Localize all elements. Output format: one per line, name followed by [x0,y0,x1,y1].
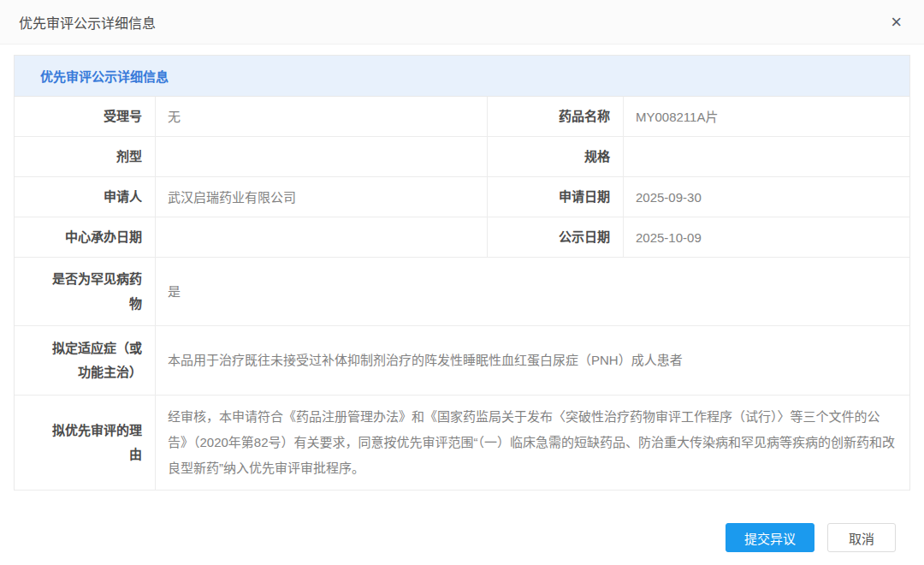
acceptance-no-value: 无 [156,97,487,137]
apply-date-label: 申请日期 [487,177,624,217]
acceptance-no-label: 受理号 [15,97,156,137]
rare-disease-value: 是 [156,258,909,325]
dosage-form-label: 剂型 [15,137,156,177]
dialog-footer: 提交异议 取消 [14,491,910,552]
dialog-header: 优先审评公示详细信息 × [0,0,924,45]
specification-label: 规格 [487,137,624,177]
review-reason-value: 经审核，本申请符合《药品注册管理办法》和《国家药监局关于发布〈突破性治疗药物审评… [156,396,909,490]
table-row: 是否为罕见病药物 是 [15,258,909,326]
table-row: 剂型 规格 [15,137,909,177]
dialog-title: 优先审评公示详细信息 [19,12,156,33]
close-icon[interactable]: × [886,11,907,33]
table-row: 中心承办日期 公示日期 2025-10-09 [15,217,909,258]
table-row: 受理号 无 药品名称 MY008211A片 [15,97,909,137]
table-row: 拟优先审评的理由 经审核，本申请符合《药品注册管理办法》和《国家药监局关于发布〈… [15,396,909,491]
publicity-date-label: 公示日期 [487,217,624,258]
table-row: 申请人 武汉启瑞药业有限公司 申请日期 2025-09-30 [15,177,909,217]
drug-name-value: MY008211A片 [624,97,909,137]
rare-disease-label: 是否为罕见病药物 [15,258,156,325]
priority-review-detail-dialog: 优先审评公示详细信息 × 优先审评公示详细信息 受理号 无 药品名称 MY008… [0,0,924,552]
indication-value: 本品用于治疗既往未接受过补体抑制剂治疗的阵发性睡眠性血红蛋白尿症（PNH）成人患… [156,326,909,395]
dosage-form-value [156,137,487,177]
review-reason-label: 拟优先审评的理由 [15,396,156,490]
panel-header-title: 优先审评公示详细信息 [15,56,909,97]
cancel-button[interactable]: 取消 [827,523,896,552]
center-date-label: 中心承办日期 [15,217,156,258]
apply-date-value: 2025-09-30 [624,177,909,217]
center-date-value [156,217,487,258]
table-row: 拟定适应症（或功能主治） 本品用于治疗既往未接受过补体抑制剂治疗的阵发性睡眠性血… [15,326,909,396]
submit-objection-button[interactable]: 提交异议 [726,523,814,552]
dialog-body: 优先审评公示详细信息 受理号 无 药品名称 MY008211A片 剂型 规格 申… [0,45,924,552]
applicant-value: 武汉启瑞药业有限公司 [156,177,487,217]
applicant-label: 申请人 [15,177,156,217]
specification-value [624,137,909,177]
detail-table: 优先审评公示详细信息 受理号 无 药品名称 MY008211A片 剂型 规格 申… [14,55,910,491]
drug-name-label: 药品名称 [487,97,624,137]
indication-label: 拟定适应症（或功能主治） [15,326,156,395]
publicity-date-value: 2025-10-09 [624,217,909,258]
